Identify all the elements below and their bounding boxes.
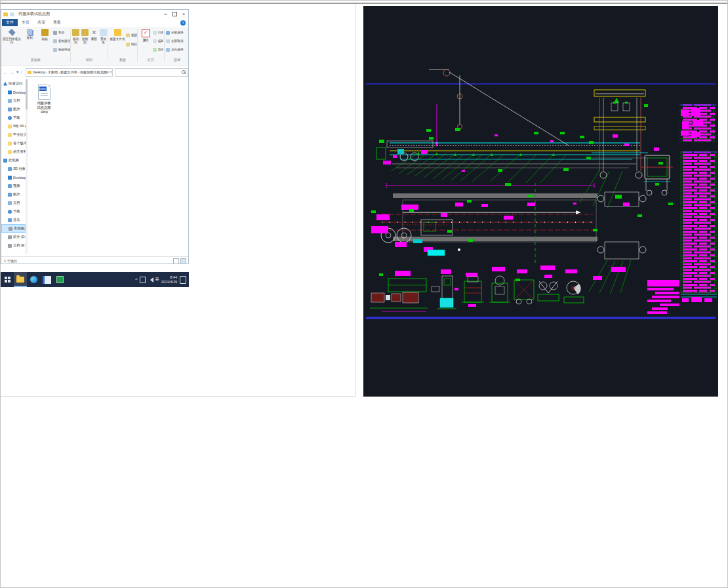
breadcrumb-current[interactable]: 伺服加载试机总图 xyxy=(80,70,108,75)
address-bar: ← → ▾ ↑ Desktop› 大图纸› 新建文件夹› 伺服加载试机总图 ▾ … xyxy=(1,68,188,77)
rename-button[interactable]: 重命名 xyxy=(99,28,108,56)
tab-file[interactable]: 文件 xyxy=(2,19,18,26)
new-folder-button[interactable]: 新建文件夹 xyxy=(110,28,125,56)
music-icon xyxy=(8,218,12,222)
drive-icon xyxy=(8,235,12,239)
sidebar-item-9[interactable]: 此电脑 xyxy=(1,156,26,165)
tab-home[interactable]: 主页 xyxy=(18,20,33,26)
thumbnail-view-icon[interactable] xyxy=(180,258,186,264)
refresh-icon[interactable]: ↻ xyxy=(110,70,113,74)
sidebar-item-13[interactable]: 图片 xyxy=(1,190,26,199)
sidebar-item-label: 文档 xyxy=(13,201,20,205)
easy-access-button[interactable]: 轻松访问 ▾ xyxy=(126,41,137,47)
taskbar-cad-app[interactable] xyxy=(40,272,53,287)
cad-viewport[interactable] xyxy=(363,6,718,397)
properties-button[interactable]: ✓ 属性 xyxy=(139,28,152,56)
sidebar-item-label: Desktop xyxy=(13,90,26,94)
start-button[interactable] xyxy=(1,272,14,287)
quick-access-toolbar-icon[interactable] xyxy=(10,12,14,16)
sidebar-item-5[interactable]: 9组-33-(扩大) xyxy=(1,122,26,130)
edit-button[interactable]: 编辑 xyxy=(153,38,163,44)
sidebar-item-1[interactable]: Desktop xyxy=(1,88,26,96)
new-item-button[interactable]: 新建项目 ▾ xyxy=(126,32,137,38)
folder-icon[interactable] xyxy=(3,12,8,16)
copy-icon xyxy=(27,29,32,35)
properties-icon: ✓ xyxy=(142,29,150,37)
sidebar-item-15[interactable]: 下载 xyxy=(1,207,26,216)
section-view xyxy=(641,147,673,195)
history-button[interactable]: 历史记录 xyxy=(153,47,163,52)
taskbar-file-explorer[interactable] xyxy=(14,272,27,287)
sidebar-item-6[interactable]: 毕业论文资料 xyxy=(1,130,26,139)
file-item-dwg[interactable]: DWG 伺服加载 试机总图 .dwg xyxy=(30,85,58,114)
pin-to-quick-access-button[interactable]: 固定到快速访问 xyxy=(3,28,21,56)
move-to-icon xyxy=(72,29,79,36)
volume-icon[interactable] xyxy=(148,277,153,283)
history-dropdown-icon[interactable]: ▾ xyxy=(16,69,19,75)
close-button[interactable]: × xyxy=(179,10,188,18)
tray-expand-icon[interactable]: ^ xyxy=(135,277,137,282)
select-none-button[interactable]: 全部取消 xyxy=(166,38,188,44)
move-to-button[interactable]: 移动到 xyxy=(71,28,80,56)
sidebar-item-11[interactable]: Desktop xyxy=(1,173,26,182)
invert-selection-button[interactable]: 反向选择 xyxy=(166,47,188,52)
sidebar-item-2[interactable]: 文档 xyxy=(1,96,26,105)
minimize-button[interactable] xyxy=(161,10,170,18)
notification-center-icon[interactable] xyxy=(180,276,186,284)
breadcrumb-folder2[interactable]: 新建文件夹 xyxy=(60,70,77,75)
sidebar-item-7[interactable]: 各个版本的图纸 xyxy=(1,139,26,147)
taskbar-spreadsheet-app[interactable] xyxy=(53,272,66,287)
paste-shortcut-button[interactable]: 粘贴快捷方式 xyxy=(53,47,70,52)
sidebar-item-label: 此电脑 xyxy=(9,158,19,163)
nav-scrollbar[interactable] xyxy=(26,79,28,254)
sidebar-item-10[interactable]: 3D 对象 xyxy=(1,165,26,173)
maximize-button[interactable] xyxy=(170,10,179,18)
open-button[interactable]: 打开 xyxy=(153,29,163,35)
clock[interactable]: 8:44 2021/3/29 xyxy=(161,275,177,284)
sidebar-item-0[interactable]: 快速访问 xyxy=(1,79,26,88)
sidebar-item-4[interactable]: 下载 xyxy=(1,113,26,122)
sidebar-item-label: 下载 xyxy=(13,209,20,214)
pictures-icon xyxy=(8,108,12,111)
back-button[interactable]: ← xyxy=(3,70,8,75)
details-view-icon[interactable] xyxy=(173,258,179,264)
group-label-select: 选择 xyxy=(165,58,190,62)
tab-share[interactable]: 共享 xyxy=(33,20,49,26)
search-input[interactable] xyxy=(115,68,188,77)
breadcrumb[interactable]: Desktop› 大图纸› 新建文件夹› 伺服加载试机总图 ▾ ↻ xyxy=(26,68,113,77)
tab-view[interactable]: 查看 xyxy=(49,20,65,26)
breadcrumb-folder1[interactable]: 大图纸 xyxy=(48,70,58,75)
sidebar-item-14[interactable]: 文档 xyxy=(1,199,26,207)
copy-button[interactable]: 复制 xyxy=(22,28,37,56)
edit-icon xyxy=(153,39,157,43)
cad-drawing xyxy=(363,6,718,397)
sidebar-item-16[interactable]: 音乐 xyxy=(1,216,26,224)
copy-to-button[interactable]: 复制到 xyxy=(81,28,89,56)
bom-table-main xyxy=(681,151,717,302)
group-label-new: 新建 xyxy=(108,58,137,62)
cut-icon xyxy=(53,31,57,35)
forward-button[interactable]: → xyxy=(10,70,14,75)
desktop-icon xyxy=(8,90,12,94)
sidebar-item-19[interactable]: 文档 (E:) xyxy=(1,241,26,250)
address-dropdown-icon[interactable]: ▾ xyxy=(107,70,109,74)
cut-button[interactable]: 剪切 xyxy=(53,29,70,35)
help-icon[interactable]: ? xyxy=(180,20,186,26)
display-icon[interactable] xyxy=(140,277,146,283)
copy-path-button[interactable]: 复制路径 xyxy=(53,38,70,44)
browser-icon xyxy=(30,276,37,283)
windows-logo-icon xyxy=(5,277,10,283)
sidebar-item-17[interactable]: 本地磁盘 (C:) xyxy=(1,224,26,233)
sidebar-item-18[interactable]: 软件 (D:) xyxy=(1,233,26,241)
up-button[interactable]: ↑ xyxy=(21,70,24,75)
end-view xyxy=(589,90,648,178)
sidebar-item-12[interactable]: 视频 xyxy=(1,182,26,190)
sidebar-item-3[interactable]: 图片 xyxy=(1,105,26,113)
paste-button[interactable]: 粘贴 xyxy=(37,28,52,56)
input-language-indicator[interactable]: 英 xyxy=(155,277,159,283)
breadcrumb-desktop[interactable]: Desktop xyxy=(33,70,45,74)
delete-button[interactable]: × 删除 xyxy=(90,28,98,56)
sidebar-item-8[interactable]: 相关资料 xyxy=(1,147,26,156)
select-all-button[interactable]: 全部选择 xyxy=(166,29,188,35)
taskbar-browser[interactable] xyxy=(27,272,40,287)
